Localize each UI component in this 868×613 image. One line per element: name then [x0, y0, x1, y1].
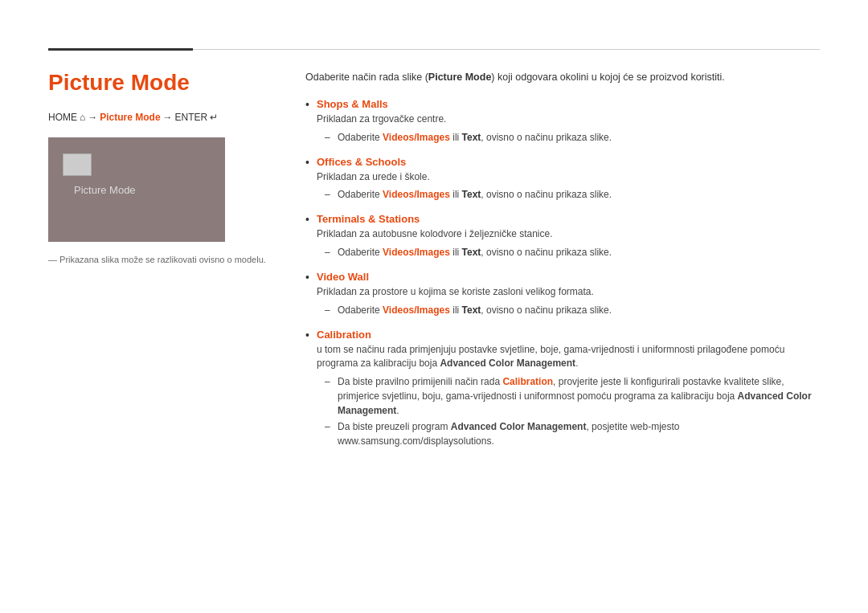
calibration-sub-item-1: Da biste pravilno primijenili način rada…: [325, 374, 820, 418]
shops-sub-item: Odaberite Videos/Images ili Text, ovisno…: [325, 130, 820, 145]
shops-sublist: Odaberite Videos/Images ili Text, ovisno…: [317, 130, 820, 145]
enter-icon: ↵: [210, 112, 218, 123]
right-panel: Odaberite način rada slike (Picture Mode…: [305, 70, 820, 460]
videowall-text: Text: [462, 304, 481, 316]
calibration-desc: u tom se načinu rada primjenjuju postavk…: [317, 343, 820, 370]
offices-sublist: Odaberite Videos/Images ili Text, ovisno…: [317, 187, 820, 202]
shops-text: Text: [462, 132, 481, 143]
top-rule-dark: [48, 48, 193, 51]
calibration-acm: Advanced Color Management: [440, 358, 575, 369]
shops-videos-images: Videos/Images: [383, 132, 450, 143]
offices-desc: Prikladan za urede i škole.: [317, 170, 820, 184]
offices-videos-images: Videos/Images: [383, 189, 450, 200]
breadcrumb-current: Picture Mode: [100, 112, 160, 123]
breadcrumb-arrow1: →: [88, 112, 97, 123]
calibration-acm-3: Advanced Color Management: [451, 421, 587, 432]
videowall-sublist: Odaberite Videos/Images ili Text, ovisno…: [317, 303, 820, 317]
calibration-sub-item-2: Da biste preuzeli program Advanced Color…: [325, 419, 820, 448]
sections-list: Shops & Malls Prikladan za trgovačke cen…: [305, 98, 820, 448]
section-calibration: Calibration u tom se načinu rada primjen…: [305, 329, 820, 448]
breadcrumb-enter: ENTER: [175, 112, 208, 123]
preview-inner: Picture Mode: [48, 184, 225, 196]
preview-footnote: Prikazana slika može se razlikovati ovis…: [48, 255, 273, 264]
intro-text: Odaberite način rada slike (Picture Mode…: [305, 70, 820, 85]
videowall-sub-item: Odaberite Videos/Images ili Text, ovisno…: [325, 303, 820, 317]
preview-label: Picture Mode: [74, 184, 136, 196]
shops-desc: Prikladan za trgovačke centre.: [317, 112, 820, 126]
top-rule-light: [193, 49, 820, 50]
offices-text: Text: [462, 189, 481, 200]
section-videowall: Video Wall Prikladan za prostore u kojim…: [305, 271, 820, 317]
intro-bold: Picture Mode: [428, 72, 492, 83]
breadcrumb-home: HOME: [48, 112, 77, 123]
terminals-videos-images: Videos/Images: [383, 247, 450, 258]
terminals-desc: Prikladan za autobusne kolodvore i želje…: [317, 227, 820, 241]
offices-sub-item: Odaberite Videos/Images ili Text, ovisno…: [325, 187, 820, 202]
preview-thumbnail: [63, 153, 92, 176]
terminals-text: Text: [462, 247, 481, 258]
preview-box: Picture Mode: [48, 137, 225, 242]
home-icon: ⌂: [80, 112, 85, 123]
section-shops: Shops & Malls Prikladan za trgovačke cen…: [305, 98, 820, 145]
left-panel: Picture Mode HOME ⌂ → Picture Mode → ENT…: [48, 70, 273, 460]
terminals-sublist: Odaberite Videos/Images ili Text, ovisno…: [317, 245, 820, 260]
page-container: Picture Mode HOME ⌂ → Picture Mode → ENT…: [0, 0, 868, 613]
calibration-title: Calibration: [317, 329, 820, 341]
page-title: Picture Mode: [48, 70, 273, 96]
terminals-title: Terminals & Stations: [317, 213, 820, 225]
shops-title: Shops & Malls: [317, 98, 820, 110]
offices-title: Offices & Schools: [317, 156, 820, 168]
calibration-ref-1: Calibration: [502, 376, 553, 387]
section-terminals: Terminals & Stations Prikladan za autobu…: [305, 213, 820, 260]
videowall-title: Video Wall: [317, 271, 820, 283]
top-rule: [48, 48, 820, 51]
videowall-videos-images: Videos/Images: [383, 304, 450, 316]
videowall-desc: Prikladan za prostore u kojima se korist…: [317, 285, 820, 299]
main-content: Picture Mode HOME ⌂ → Picture Mode → ENT…: [48, 70, 820, 460]
section-offices: Offices & Schools Prikladan za urede i š…: [305, 156, 820, 202]
terminals-sub-item: Odaberite Videos/Images ili Text, ovisno…: [325, 245, 820, 260]
calibration-sublist: Da biste pravilno primijenili način rada…: [317, 374, 820, 448]
calibration-acm-2: Advanced Color Management: [338, 390, 812, 416]
breadcrumb-arrow2: →: [163, 112, 173, 123]
breadcrumb: HOME ⌂ → Picture Mode → ENTER ↵: [48, 112, 273, 123]
